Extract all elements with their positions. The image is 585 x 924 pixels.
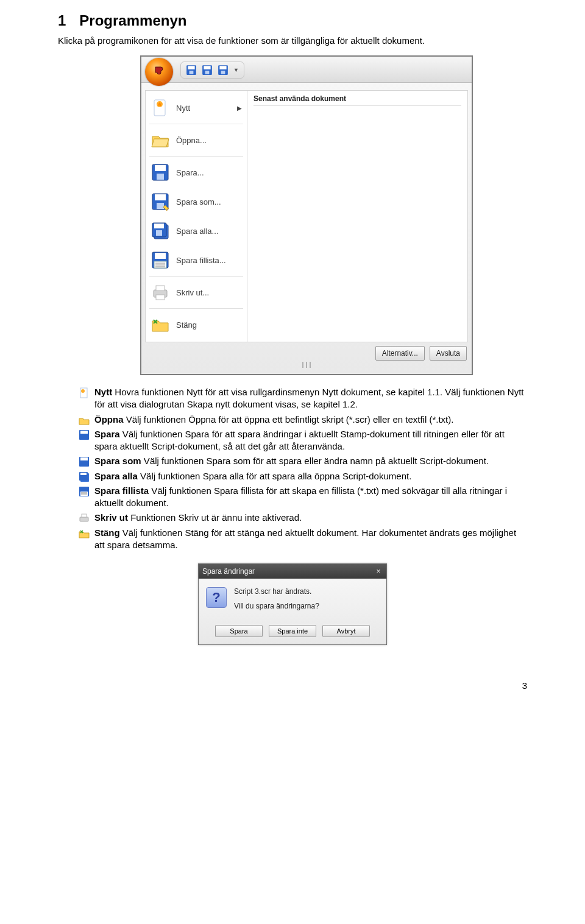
desc-open: Öppna Välj funktionen Öppna för att öppn…	[79, 414, 527, 426]
save-icon[interactable]	[218, 65, 229, 76]
dialog-cancel-button[interactable]: Avbryt	[322, 625, 370, 637]
quick-access-toolbar: ▼	[180, 62, 244, 79]
svg-rect-1	[188, 66, 194, 69]
folder-open-icon	[151, 130, 170, 150]
dialog-save-button[interactable]: Spara	[215, 625, 263, 637]
save-icon[interactable]	[186, 65, 197, 76]
heading-number: 1	[58, 12, 66, 29]
menu-item-label: Spara alla...	[176, 227, 218, 236]
floppy-disk-icon	[79, 456, 90, 467]
svg-rect-15	[155, 194, 166, 200]
new-document-icon	[151, 98, 170, 118]
menu-footer: Alternativ... Avsluta	[146, 346, 467, 361]
svg-rect-35	[80, 457, 88, 460]
options-button[interactable]: Alternativ...	[375, 346, 425, 361]
svg-rect-4	[204, 66, 210, 69]
resize-handle-icon	[298, 362, 315, 369]
svg-rect-44	[82, 514, 87, 517]
menu-item-open[interactable]: Öppna...	[146, 125, 247, 155]
desc-nytt: Nytt Hovra funktionen Nytt för att visa …	[79, 386, 527, 411]
floppy-disk-icon	[151, 163, 170, 182]
svg-rect-20	[156, 230, 162, 236]
dialog-message-2: Vill du spara ändringarna?	[234, 602, 319, 610]
dropdown-icon[interactable]: ▼	[233, 67, 239, 73]
menu-item-label: Skriv ut...	[176, 288, 209, 297]
menu-item-label: Spara som...	[176, 197, 221, 206]
menu-item-save-filelist[interactable]: Spara fillista...	[146, 245, 247, 275]
dialog-dont-save-button[interactable]: Spara inte	[269, 625, 316, 637]
save-changes-dialog: Spara ändringar × ? Script 3.scr har änd…	[198, 563, 387, 645]
menu-item-print[interactable]: Skriv ut...	[146, 278, 247, 307]
printer-icon	[151, 283, 170, 302]
menu-item-new[interactable]: Nytt ▶	[146, 93, 247, 122]
desc-save-all: Spara alla Välj funktionen Spara alla fö…	[79, 470, 527, 482]
svg-rect-8	[221, 71, 225, 74]
multiple-floppy-disk-icon	[151, 221, 170, 241]
menu-description-list: Nytt Hovra funktionen Nytt för att visa …	[79, 386, 527, 551]
svg-rect-22	[155, 253, 166, 259]
puzzle-piece-icon	[152, 65, 166, 79]
titlebar: ▼	[141, 57, 472, 83]
svg-rect-13	[157, 174, 164, 180]
floppy-list-icon	[151, 250, 170, 270]
folder-open-icon	[79, 415, 90, 426]
printer-icon	[79, 513, 90, 524]
question-mark-icon: ?	[206, 587, 227, 608]
menu-left-column: Nytt ▶ Öppna... Spara...	[146, 91, 247, 342]
save-icon[interactable]	[202, 65, 213, 76]
dialog-title-text: Spara ändringar	[202, 567, 255, 576]
app-menu-button[interactable]	[145, 58, 173, 86]
intro-paragraph: Klicka på programikonen för att visa de …	[58, 35, 527, 46]
menu-recent-documents: Senast använda dokument	[247, 91, 467, 342]
floppy-disk-icon	[151, 192, 170, 211]
svg-rect-16	[157, 203, 164, 209]
svg-rect-33	[80, 431, 88, 434]
multiple-floppy-disk-icon	[79, 471, 90, 482]
menu-item-label: Spara fillista...	[176, 256, 226, 265]
exit-button[interactable]: Avsluta	[430, 346, 467, 361]
menu-item-save-all[interactable]: Spara alla...	[146, 216, 247, 245]
heading-title: Programmenyn	[79, 12, 186, 29]
svg-rect-28	[156, 286, 165, 291]
menu-item-save-as[interactable]: Spara som...	[146, 187, 247, 216]
recent-documents-header: Senast använda dokument	[254, 94, 461, 106]
folder-close-icon	[151, 315, 170, 334]
svg-rect-12	[155, 165, 166, 171]
svg-rect-38	[80, 473, 87, 475]
menu-item-save[interactable]: Spara...	[146, 158, 247, 187]
svg-rect-30	[80, 388, 87, 398]
menu-item-label: Öppna...	[176, 136, 207, 145]
svg-rect-7	[219, 66, 226, 69]
menu-item-label: Stäng	[176, 320, 197, 330]
close-icon[interactable]: ×	[374, 567, 383, 576]
program-menu-window: ▼ Nytt ▶ Öppna...	[140, 55, 473, 375]
desc-save-as: Spara som Välj funktionen Spara som för …	[79, 455, 527, 467]
menu-item-close[interactable]: Stäng	[146, 310, 247, 339]
menu-item-label: Nytt	[176, 104, 190, 113]
desc-save: Spara Välj funktionen Spara för att spar…	[79, 428, 527, 453]
desc-close: Stäng Välj funktionen Stäng för att stän…	[79, 527, 527, 552]
floppy-list-icon	[79, 486, 90, 497]
svg-rect-19	[154, 224, 164, 228]
svg-rect-43	[80, 517, 88, 521]
section-heading: 1Programmenyn	[58, 12, 527, 29]
svg-rect-5	[205, 71, 210, 74]
floppy-disk-icon	[79, 429, 90, 440]
submenu-arrow-icon: ▶	[237, 105, 242, 111]
desc-save-filelist: Spara fillista Välj funktionen Spara fil…	[79, 485, 527, 510]
svg-point-31	[81, 389, 85, 393]
svg-rect-29	[156, 295, 165, 300]
menu-item-label: Spara...	[176, 168, 204, 177]
folder-close-icon	[79, 528, 90, 539]
dialog-message-1: Script 3.scr har ändrats.	[234, 587, 319, 596]
svg-rect-2	[190, 71, 194, 74]
new-document-icon	[79, 387, 90, 398]
page-number: 3	[0, 680, 585, 691]
desc-print: Skriv ut Funktionen Skriv ut är ännu int…	[79, 512, 527, 524]
dialog-titlebar: Spara ändringar ×	[199, 564, 386, 579]
